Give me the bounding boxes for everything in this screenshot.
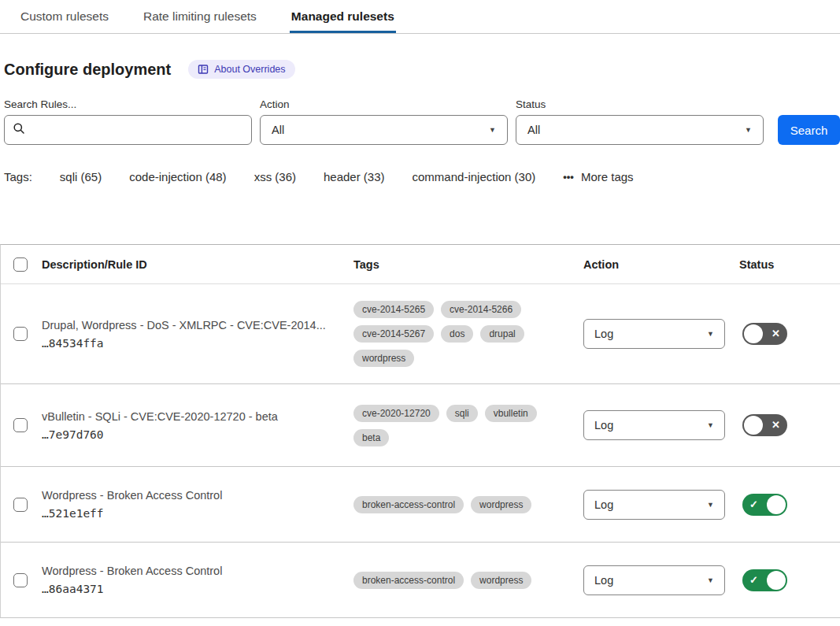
row-checkbox-cell (1, 498, 42, 512)
table-row: vBulletin - SQLi - CVE:CVE-2020-12720 - … (1, 384, 840, 467)
col-action: Action (583, 258, 739, 271)
search-filter: Search Rules... (4, 98, 252, 145)
status-filter-label: Status (516, 98, 764, 110)
rule-status-cell: ✓ (739, 494, 840, 516)
toggle-knob (767, 495, 786, 514)
more-tags-button[interactable]: ••• More tags (563, 170, 633, 183)
tab-rate-limiting-rulesets[interactable]: Rate limiting rulesets (142, 0, 258, 33)
tag-link-xss[interactable]: xss (36) (254, 170, 296, 183)
rule-status-toggle[interactable]: ✕ (742, 414, 787, 436)
rule-description: Drupal, Wordpress - DoS - XMLRPC - CVE:C… (42, 319, 330, 332)
rule-action-value: Log (594, 574, 613, 587)
rule-action-select[interactable]: Log ▼ (583, 490, 725, 520)
table-row: Wordpress - Broken Access Control …86aa4… (1, 543, 840, 617)
rule-status-cell: ✕ (739, 323, 840, 345)
tag-link-sqli[interactable]: sqli (65) (60, 170, 102, 183)
tag-pill: drupal (480, 325, 524, 343)
tag-pill: cve-2014-5267 (353, 325, 434, 343)
row-checkbox-cell (1, 327, 42, 341)
check-icon: ✓ (749, 498, 758, 510)
about-overrides-label: About Overrides (214, 64, 285, 75)
tag-link-header[interactable]: header (33) (324, 170, 385, 183)
rule-description: Wordpress - Broken Access Control (42, 565, 330, 577)
more-tags-label: More tags (581, 170, 634, 183)
chevron-down-icon: ▼ (707, 501, 714, 509)
rule-action-value: Log (594, 498, 613, 511)
status-filter-value: All (527, 124, 540, 136)
action-filter-select[interactable]: All ▼ (260, 115, 508, 145)
status-filter: Status All ▼ (516, 98, 764, 145)
toggle-knob (744, 416, 763, 435)
chevron-down-icon: ▼ (489, 126, 496, 134)
search-icon (13, 122, 25, 138)
header-checkbox-cell (1, 257, 42, 272)
rule-action-select[interactable]: Log ▼ (583, 410, 725, 440)
search-input[interactable] (31, 124, 243, 136)
rule-status-toggle[interactable]: ✓ (742, 494, 787, 516)
check-icon: ✓ (749, 574, 758, 586)
tag-pill: beta (353, 429, 389, 446)
rule-description-cell: Drupal, Wordpress - DoS - XMLRPC - CVE:C… (42, 319, 353, 350)
tag-pill: sqli (446, 405, 478, 422)
row-checkbox[interactable] (13, 418, 28, 432)
rule-tags: broken-access-control wordpress (353, 496, 564, 513)
table-header-row: Description/Rule ID Tags Action Status (1, 245, 840, 284)
page-title: Configure deployment (4, 61, 171, 79)
row-checkbox[interactable] (13, 573, 28, 587)
rule-status-toggle[interactable]: ✓ (742, 569, 787, 591)
rule-action-value: Log (594, 419, 613, 432)
toggle-knob (767, 571, 786, 590)
rule-id: …521e1eff (42, 507, 330, 520)
col-tags: Tags (353, 258, 583, 271)
rule-description-cell: vBulletin - SQLi - CVE:CVE-2020-12720 - … (42, 410, 353, 441)
rule-action-select[interactable]: Log ▼ (583, 565, 725, 595)
search-label: Search Rules... (4, 98, 252, 110)
rule-description: vBulletin - SQLi - CVE:CVE-2020-12720 - … (42, 410, 330, 423)
ellipsis-icon: ••• (563, 171, 574, 183)
tag-pill: vbulletin (485, 405, 537, 422)
x-icon: ✕ (772, 419, 780, 431)
tag-link-code-injection[interactable]: code-injection (48) (129, 170, 226, 183)
tag-link-command-injection[interactable]: command-injection (30) (413, 170, 536, 183)
about-overrides-badge[interactable]: About Overrides (188, 60, 294, 79)
rule-description: Wordpress - Broken Access Control (42, 489, 330, 502)
table-row: Wordpress - Broken Access Control …521e1… (1, 467, 840, 543)
tags-bar: Tags: sqli (65) code-injection (48) xss … (4, 170, 840, 183)
tag-pill: cve-2014-5266 (441, 301, 521, 318)
chevron-down-icon: ▼ (707, 576, 714, 584)
rule-description-cell: Wordpress - Broken Access Control …86aa4… (42, 565, 353, 595)
rule-status-toggle[interactable]: ✕ (742, 323, 787, 345)
rule-id: …84534ffa (42, 337, 330, 350)
tags-bar-label: Tags: (4, 170, 32, 183)
row-checkbox[interactable] (13, 327, 28, 341)
rule-action-cell: Log ▼ (583, 319, 739, 349)
tab-managed-rulesets[interactable]: Managed rulesets (290, 0, 396, 33)
chevron-down-icon: ▼ (745, 126, 752, 134)
rule-action-cell: Log ▼ (583, 490, 739, 520)
col-description: Description/Rule ID (42, 258, 353, 271)
rule-action-cell: Log ▼ (583, 565, 739, 595)
rule-tags: broken-access-control wordpress (353, 572, 564, 589)
rule-id: …86aa4371 (42, 583, 330, 595)
tag-pill: dos (441, 325, 473, 343)
select-all-checkbox[interactable] (13, 257, 28, 272)
chevron-down-icon: ▼ (707, 330, 714, 338)
action-filter-value: All (272, 124, 284, 136)
tag-pill: cve-2014-5265 (353, 301, 434, 318)
action-filter: Action All ▼ (260, 98, 508, 145)
col-status: Status (739, 258, 840, 271)
search-button[interactable]: Search (778, 115, 840, 145)
row-checkbox-cell (1, 418, 42, 432)
tag-pill: wordpress (353, 350, 414, 367)
x-icon: ✕ (772, 328, 780, 339)
tag-pill: wordpress (471, 496, 531, 513)
rule-id: …7e97d760 (42, 428, 330, 441)
status-filter-select[interactable]: All ▼ (516, 115, 764, 145)
tab-custom-rulesets[interactable]: Custom rulesets (19, 0, 110, 33)
table-row: Drupal, Wordpress - DoS - XMLRPC - CVE:C… (1, 284, 840, 384)
row-checkbox[interactable] (13, 498, 28, 512)
rule-action-select[interactable]: Log ▼ (583, 319, 725, 349)
rule-tags: cve-2020-12720 sqli vbulletin beta (353, 405, 564, 446)
search-input-wrapper (4, 115, 252, 145)
toggle-knob (744, 324, 763, 343)
